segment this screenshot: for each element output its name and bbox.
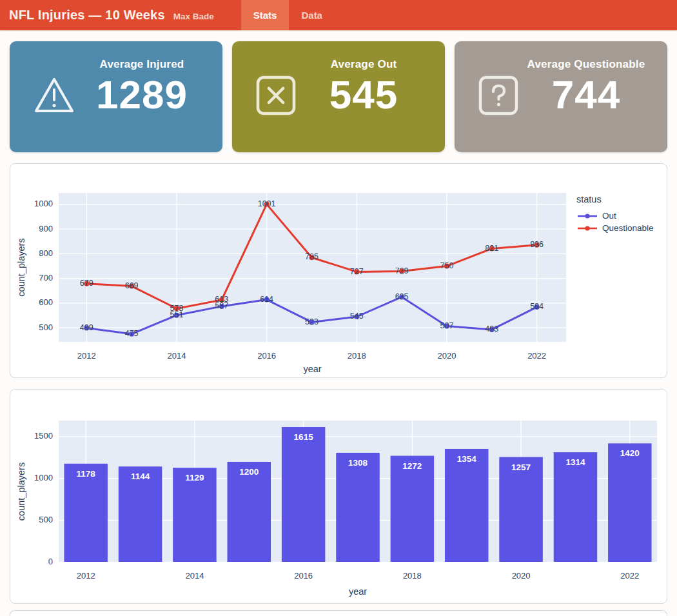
svg-text:545: 545 — [350, 312, 364, 321]
tab-bar: Stats Data — [241, 0, 335, 30]
svg-text:2016: 2016 — [257, 351, 276, 361]
stat-title: Average Questionable — [527, 58, 645, 71]
svg-text:679: 679 — [80, 279, 93, 288]
svg-text:2014: 2014 — [185, 571, 204, 581]
svg-text:836: 836 — [530, 240, 544, 249]
svg-text:614: 614 — [260, 295, 273, 304]
svg-text:613: 613 — [215, 295, 228, 304]
bar — [608, 443, 651, 562]
bar — [445, 449, 488, 562]
svg-text:1000: 1000 — [34, 473, 53, 482]
svg-text:785: 785 — [305, 252, 319, 261]
svg-text:500: 500 — [39, 323, 53, 332]
svg-text:625: 625 — [395, 292, 409, 301]
svg-text:1615: 1615 — [294, 432, 314, 442]
svg-text:2016: 2016 — [294, 571, 313, 581]
x-square-icon — [255, 75, 297, 119]
stat-card-body: Average Injured 1289 — [75, 41, 222, 152]
svg-text:821: 821 — [485, 244, 498, 253]
x-axis-title: year — [303, 364, 321, 374]
svg-text:0: 0 — [48, 557, 53, 566]
tab-stats[interactable]: Stats — [241, 0, 289, 30]
stat-card-average-out: Average Out 545 — [232, 41, 445, 152]
y-axis-title: count_players — [16, 238, 26, 296]
svg-text:2014: 2014 — [167, 351, 186, 361]
stat-title: Average Out — [331, 58, 397, 71]
svg-text:1314: 1314 — [565, 457, 585, 467]
svg-text:600: 600 — [39, 297, 53, 307]
question-square-icon — [478, 75, 519, 119]
svg-text:1500: 1500 — [34, 431, 53, 441]
y-axis-title: count_players — [16, 462, 26, 521]
svg-text:523: 523 — [305, 317, 319, 326]
svg-text:729: 729 — [395, 266, 409, 275]
x-axis-title: year — [349, 586, 367, 597]
tab-data[interactable]: Data — [289, 0, 335, 30]
svg-text:493: 493 — [485, 324, 498, 333]
svg-text:1420: 1420 — [620, 448, 640, 458]
warning-triangle-icon — [33, 75, 75, 118]
stat-card-average-questionable: Average Questionable 744 — [455, 41, 667, 152]
svg-text:1000: 1000 — [34, 199, 53, 208]
stat-value: 1289 — [96, 74, 188, 115]
svg-text:1144: 1144 — [131, 472, 150, 481]
svg-text:700: 700 — [39, 273, 53, 283]
bar — [391, 456, 434, 562]
svg-text:900: 900 — [39, 224, 53, 233]
stat-cards-row: Average Injured 1289 Average Out 545 Ave — [0, 30, 677, 152]
svg-text:1257: 1257 — [511, 462, 531, 472]
app-subtitle: Max Bade — [173, 12, 214, 21]
svg-text:1308: 1308 — [348, 458, 368, 468]
svg-text:1129: 1129 — [185, 473, 204, 482]
bar-chart-canvas[interactable]: 050010001500201220142016201820202022year… — [10, 390, 667, 603]
brand: NFL Injuries — 10 Weeks Max Bade — [0, 8, 214, 23]
line-chart-svg: 5006007008009001000201220142016201820202… — [10, 164, 667, 377]
svg-text:2020: 2020 — [512, 571, 531, 581]
svg-text:2018: 2018 — [403, 571, 422, 581]
bar-chart-svg: 050010001500201220142016201820202022year… — [10, 390, 667, 603]
svg-text:578: 578 — [170, 304, 184, 313]
svg-text:750: 750 — [440, 261, 454, 270]
svg-text:2012: 2012 — [77, 571, 95, 581]
stat-value: 545 — [329, 74, 398, 115]
svg-text:1178: 1178 — [77, 469, 96, 479]
bar — [228, 462, 271, 562]
bar — [554, 452, 597, 562]
legend-title: status — [576, 194, 602, 204]
svg-text:507: 507 — [440, 321, 454, 330]
line-chart-card: 5006007008009001000201220142016201820202… — [10, 163, 667, 378]
legend-label: Questionable — [602, 223, 654, 233]
svg-text:584: 584 — [530, 302, 544, 311]
svg-text:800: 800 — [39, 248, 53, 258]
legend: statusOutQuestionable — [576, 194, 654, 233]
bar-chart-card: 050010001500201220142016201820202022year… — [10, 389, 667, 604]
next-card-edge — [10, 610, 667, 616]
stat-value: 744 — [552, 74, 620, 115]
svg-text:2022: 2022 — [527, 351, 546, 361]
svg-text:1200: 1200 — [239, 467, 259, 477]
app-header: NFL Injuries — 10 Weeks Max Bade Stats D… — [0, 0, 677, 30]
svg-text:1001: 1001 — [258, 199, 276, 208]
bar — [499, 457, 542, 562]
line-chart-canvas[interactable]: 5006007008009001000201220142016201820202… — [10, 164, 667, 377]
bar — [336, 453, 379, 562]
svg-text:727: 727 — [350, 267, 364, 276]
stat-card-body: Average Out 545 — [297, 41, 445, 152]
svg-text:2012: 2012 — [77, 351, 96, 361]
svg-text:499: 499 — [80, 323, 93, 332]
legend-label: Out — [602, 211, 616, 221]
svg-text:475: 475 — [125, 329, 139, 338]
stat-card-body: Average Questionable 744 — [519, 41, 667, 152]
svg-text:1354: 1354 — [457, 454, 477, 464]
svg-text:2020: 2020 — [437, 351, 456, 361]
stat-card-average-injured: Average Injured 1289 — [10, 41, 222, 152]
app-title: NFL Injuries — 10 Weeks — [9, 8, 165, 23]
stat-title: Average Injured — [100, 58, 184, 71]
svg-text:500: 500 — [39, 515, 53, 524]
svg-text:1272: 1272 — [402, 461, 422, 471]
svg-text:2022: 2022 — [620, 571, 639, 581]
svg-text:669: 669 — [125, 281, 139, 290]
bar — [282, 427, 325, 562]
svg-text:2018: 2018 — [348, 351, 366, 361]
